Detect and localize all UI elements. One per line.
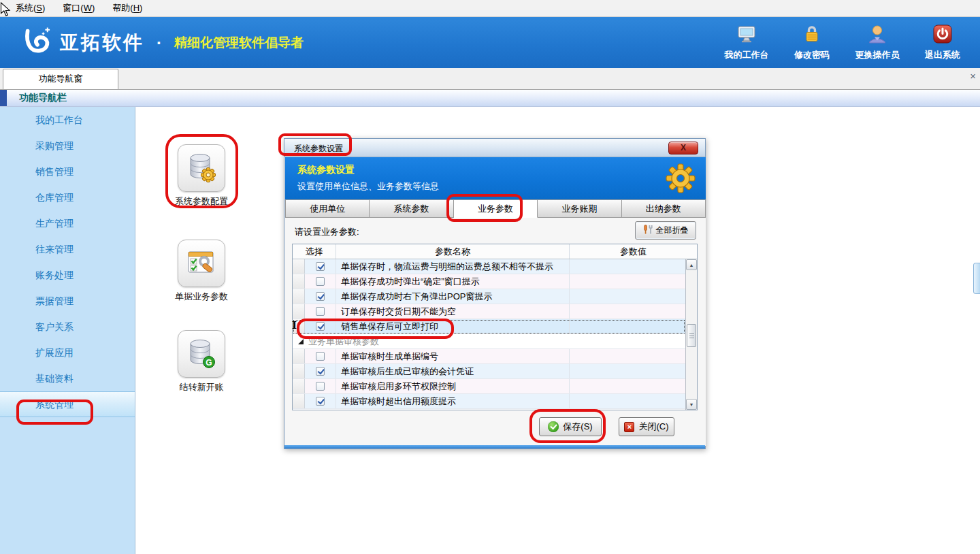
- database-gear-icon[interactable]: [178, 144, 225, 192]
- sidebar-item[interactable]: 仓库管理: [0, 184, 135, 210]
- dialog-tab[interactable]: 业务账期: [538, 199, 621, 218]
- param-row[interactable]: 单据审核后生成已审核的会计凭证: [293, 364, 685, 379]
- shortcut-doc-business-params[interactable]: 单据业务参数: [154, 240, 249, 303]
- param-value[interactable]: [570, 349, 685, 363]
- sidebar-item[interactable]: 往来管理: [0, 236, 135, 262]
- column-header-param-name: 参数名称: [336, 244, 570, 259]
- parameters-table: 选择 参数名称 参数值 单据保存时，物流运费与明细的运费总额不相等不提示单据保存…: [292, 244, 698, 410]
- param-row[interactable]: 单据保存成功时右下角弹出POP窗提示: [293, 289, 685, 304]
- select-cell[interactable]: [305, 394, 336, 408]
- banner-action-label: 更换操作员: [855, 49, 900, 61]
- param-checkbox[interactable]: [316, 382, 325, 391]
- sidebar-item[interactable]: 系统管理: [0, 391, 135, 417]
- sidebar-item[interactable]: 销售管理: [0, 159, 135, 184]
- select-cell[interactable]: [305, 364, 336, 378]
- dialog-title-bar[interactable]: 系统参数设置 X: [284, 139, 705, 157]
- param-checkbox[interactable]: [316, 262, 325, 271]
- sidebar-item[interactable]: 基础资料: [0, 365, 135, 391]
- param-value[interactable]: [570, 319, 685, 333]
- sidebar-item[interactable]: 扩展应用: [0, 340, 135, 365]
- param-row[interactable]: 单据审核时超出信用额度提示: [293, 394, 685, 409]
- param-name: 单据保存成功时右下角弹出POP窗提示: [336, 289, 570, 304]
- param-value[interactable]: [570, 379, 685, 393]
- close-icon[interactable]: ×: [970, 71, 976, 81]
- sidebar-item[interactable]: 生产管理: [0, 210, 135, 236]
- menubar-item[interactable]: 帮助(H): [103, 0, 151, 17]
- vertical-scrollbar[interactable]: ▲ ▼: [685, 259, 697, 410]
- sidebar-item[interactable]: 采购管理: [0, 133, 135, 159]
- tab-function-navigation[interactable]: 功能导航窗: [3, 69, 118, 89]
- sidebar-item[interactable]: 票据管理: [0, 288, 135, 314]
- banner-action-lock[interactable]: 修改密码: [784, 24, 840, 61]
- param-checkbox[interactable]: [316, 367, 325, 376]
- dialog-tab[interactable]: 系统参数: [370, 199, 453, 218]
- dialog-tab[interactable]: 业务参数: [454, 199, 538, 218]
- select-cell[interactable]: [305, 304, 336, 319]
- close-button[interactable]: × 关闭(C): [619, 417, 674, 436]
- param-group-row[interactable]: 业务单据审核参数: [293, 334, 685, 349]
- database-renew-icon[interactable]: G: [178, 330, 225, 378]
- sidebar-item[interactable]: 我的工作台: [0, 107, 135, 133]
- param-row[interactable]: 订单保存时交货日期不能为空: [293, 304, 685, 319]
- param-row[interactable]: 单据保存时，物流运费与明细的运费总额不相等不提示: [293, 259, 685, 274]
- collapse-all-button[interactable]: 全部折叠: [635, 221, 696, 240]
- dialog-tab[interactable]: 出纳参数: [622, 199, 706, 218]
- dialog-bottom-edge: [284, 445, 705, 449]
- param-value[interactable]: [570, 304, 685, 319]
- param-value[interactable]: [570, 289, 685, 304]
- sidebar-item[interactable]: 账务处理: [0, 262, 135, 288]
- param-value[interactable]: [570, 259, 685, 274]
- dialog-close-button[interactable]: X: [668, 142, 698, 154]
- param-value[interactable]: [570, 274, 685, 289]
- banner-actions: 我的工作台修改密码更换操作员退出系统: [719, 24, 970, 61]
- select-cell[interactable]: [305, 259, 336, 274]
- sidebar-item[interactable]: 客户关系: [0, 314, 135, 340]
- param-checkbox[interactable]: [316, 307, 325, 316]
- workstation-icon: [736, 24, 757, 47]
- dialog-tab[interactable]: 使用单位: [285, 199, 370, 218]
- banner-action-workstation[interactable]: 我的工作台: [719, 24, 774, 61]
- param-name: 销售单保存后可立即打印: [336, 319, 570, 333]
- select-cell[interactable]: [305, 289, 336, 304]
- param-checkbox[interactable]: [316, 277, 325, 286]
- banner-action-power[interactable]: 退出系统: [915, 24, 970, 61]
- shortcut-carry-forward-account[interactable]: G 结转新开账: [154, 330, 249, 393]
- menu-bar: 系统(S)窗口(W)帮助(H): [0, 0, 980, 17]
- menubar-item[interactable]: 窗口(W): [54, 0, 103, 17]
- save-button[interactable]: 保存(S): [539, 417, 602, 436]
- nav-header-title: 功能导航栏: [19, 92, 67, 104]
- param-checkbox[interactable]: [316, 352, 325, 361]
- banner-action-operator[interactable]: 更换操作员: [849, 24, 905, 61]
- param-checkbox[interactable]: [316, 322, 325, 331]
- param-checkbox[interactable]: [316, 292, 325, 301]
- power-icon: [932, 24, 953, 47]
- param-row[interactable]: 单据审核启用多环节权限控制: [293, 379, 685, 394]
- param-row[interactable]: 单据保存成功时弹出“确定”窗口提示: [293, 274, 685, 289]
- select-cell[interactable]: [305, 274, 336, 289]
- nav-header-accent-block: [0, 90, 7, 106]
- select-cell[interactable]: [305, 319, 336, 333]
- menubar-item[interactable]: 系统(S): [7, 0, 54, 17]
- param-name: 订单保存时交货日期不能为空: [336, 304, 570, 319]
- param-row[interactable]: 单据审核时生成单据编号: [293, 349, 685, 364]
- close-button-label: 关闭(C): [638, 421, 668, 433]
- param-value[interactable]: [570, 394, 685, 408]
- shortcut-system-param-config[interactable]: 系统参数配置: [154, 144, 249, 208]
- param-row[interactable]: 销售单保存后可立即打印: [293, 319, 685, 334]
- close-x-icon: ×: [624, 422, 634, 432]
- function-nav-sidebar: 我的工作台采购管理销售管理仓库管理生产管理往来管理账务处理票据管理客户关系扩展应…: [0, 107, 135, 554]
- param-checkbox[interactable]: [316, 397, 325, 406]
- tools-icon: [643, 225, 653, 237]
- right-edge-handle[interactable]: [973, 263, 980, 294]
- scroll-up-icon[interactable]: ▲: [686, 259, 697, 270]
- row-gutter: [293, 349, 305, 363]
- scrollbar-thumb[interactable]: [687, 324, 696, 347]
- expander-icon[interactable]: [298, 339, 304, 344]
- checklist-wrench-icon[interactable]: [178, 240, 225, 287]
- select-cell[interactable]: [305, 379, 336, 393]
- save-check-icon: [548, 421, 559, 432]
- param-value[interactable]: [570, 364, 685, 378]
- select-cell[interactable]: [305, 349, 336, 363]
- shortcut-label: 系统参数配置: [154, 195, 249, 208]
- scroll-down-icon[interactable]: ▼: [686, 399, 697, 410]
